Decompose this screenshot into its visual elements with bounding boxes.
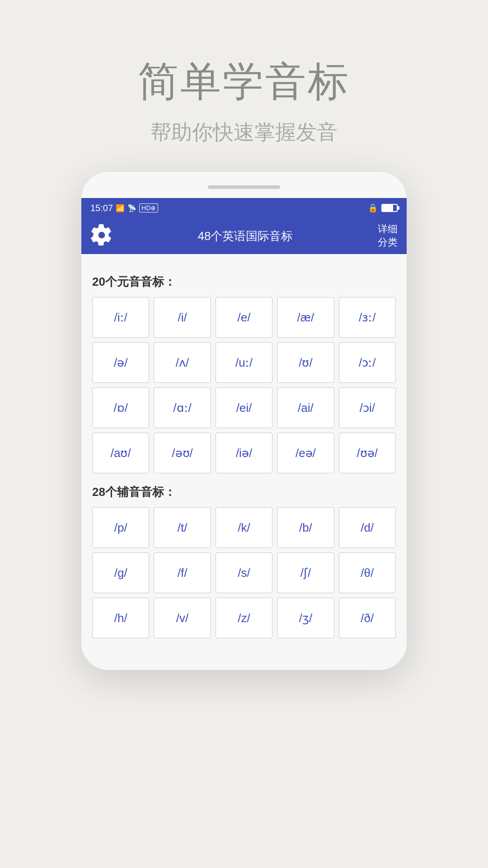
status-right: 🔒 <box>368 203 398 213</box>
app-bar: 48个英语国际音标 详细 分类 <box>81 218 407 254</box>
phonetic-cell[interactable]: /iː/ <box>92 297 149 338</box>
phonetic-cell[interactable]: /k/ <box>216 507 272 548</box>
phonetic-cell[interactable]: /aʊ/ <box>92 433 149 473</box>
phonetic-cell[interactable]: /ʊə/ <box>339 433 396 473</box>
phonetic-cell[interactable]: /z/ <box>216 598 272 638</box>
phonetic-cell[interactable]: /ɜː/ <box>339 297 396 338</box>
phonetic-cell[interactable]: /ə/ <box>92 342 149 383</box>
page-title: 简单学音标 <box>0 54 488 109</box>
phonetic-cell[interactable]: /eə/ <box>277 433 334 473</box>
phonetic-cell[interactable]: /ei/ <box>216 387 272 428</box>
battery-icon <box>381 204 398 212</box>
content-area: 20个元音音标： /iː/ /i/ /e/ /æ/ /ɜː/ /ə/ /ʌ/ /… <box>81 254 407 652</box>
phonetic-cell[interactable]: /b/ <box>277 507 334 548</box>
status-bar: 15:07 📶 📡 HD⊕ 🔒 <box>81 198 407 218</box>
status-left: 15:07 📶 📡 HD⊕ <box>90 203 158 213</box>
phonetic-cell[interactable]: /ð/ <box>339 598 396 638</box>
phonetic-cell[interactable]: /p/ <box>92 507 149 548</box>
phonetic-cell[interactable]: /i/ <box>154 297 211 338</box>
phonetic-cell[interactable]: /ʒ/ <box>277 598 334 638</box>
vowels-row-3: /ɒ/ /ɑː/ /ei/ /ai/ /ɔi/ <box>92 387 396 428</box>
vowels-row-2: /ə/ /ʌ/ /uː/ /ʊ/ /ɔː/ <box>92 342 396 383</box>
detail-button[interactable]: 详细 分类 <box>378 223 398 249</box>
phonetic-cell[interactable]: /e/ <box>216 297 272 338</box>
app-bar-title: 48个英语国际音标 <box>113 228 378 244</box>
settings-button[interactable] <box>90 224 113 248</box>
phonetic-cell[interactable]: /ʊ/ <box>277 342 334 383</box>
phonetic-cell[interactable]: /ɔː/ <box>339 342 396 383</box>
phone-mockup: 15:07 📶 📡 HD⊕ 🔒 48个英语国际音标 详细 分类 20个元音音标：… <box>81 172 407 670</box>
consonants-row-2: /g/ /f/ /s/ /ʃ/ /θ/ <box>92 552 396 593</box>
vowels-row-4: /aʊ/ /əʊ/ /iə/ /eə/ /ʊə/ <box>92 433 396 473</box>
phonetic-cell[interactable]: /æ/ <box>277 297 334 338</box>
phonetic-cell[interactable]: /ɑː/ <box>154 387 211 428</box>
page-subtitle: 帮助你快速掌握发音 <box>0 118 488 146</box>
consonants-row-3: /h/ /v/ /z/ /ʒ/ /ð/ <box>92 598 396 638</box>
vowels-section-title: 20个元音音标： <box>92 274 396 290</box>
phonetic-cell[interactable]: /ʌ/ <box>154 342 211 383</box>
phonetic-cell[interactable]: /uː/ <box>216 342 272 383</box>
phonetic-cell[interactable]: /θ/ <box>339 552 396 593</box>
signal-icon: 📶 <box>116 204 125 212</box>
phonetic-cell[interactable]: /ʃ/ <box>277 552 334 593</box>
phonetic-cell[interactable]: /d/ <box>339 507 396 548</box>
phonetic-cell[interactable]: /ɒ/ <box>92 387 149 428</box>
phonetic-cell[interactable]: /v/ <box>154 598 211 638</box>
time-display: 15:07 <box>90 203 113 213</box>
phonetic-cell[interactable]: /h/ <box>92 598 149 638</box>
consonants-section-title: 28个辅音音标： <box>92 484 396 500</box>
phonetic-cell[interactable]: /ai/ <box>277 387 334 428</box>
lock-icon: 🔒 <box>368 203 378 213</box>
phonetic-cell[interactable]: /iə/ <box>216 433 272 473</box>
wifi-icon: 📡 <box>127 204 136 212</box>
phonetic-cell[interactable]: /f/ <box>154 552 211 593</box>
hd-badge: HD⊕ <box>139 203 158 212</box>
phonetic-cell[interactable]: /ɔi/ <box>339 387 396 428</box>
phonetic-cell[interactable]: /g/ <box>92 552 149 593</box>
phone-notch <box>208 185 280 189</box>
consonants-row-1: /p/ /t/ /k/ /b/ /d/ <box>92 507 396 548</box>
vowels-row-1: /iː/ /i/ /e/ /æ/ /ɜː/ <box>92 297 396 338</box>
phonetic-cell[interactable]: /s/ <box>216 552 272 593</box>
phonetic-cell[interactable]: /əʊ/ <box>154 433 211 473</box>
page-header: 简单学音标 帮助你快速掌握发音 <box>0 0 488 146</box>
phonetic-cell[interactable]: /t/ <box>154 507 211 548</box>
